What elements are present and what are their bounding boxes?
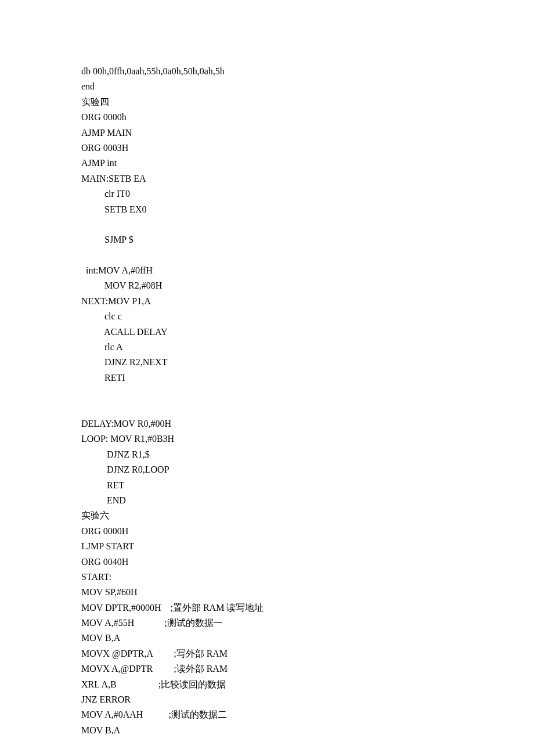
code-line: LJMP START (81, 539, 453, 554)
code-line: MOV B,A (81, 723, 453, 738)
code-line: AJMP MAIN (81, 125, 453, 141)
code-line: end (81, 79, 453, 94)
code-line (81, 401, 453, 416)
code-line (81, 248, 453, 263)
code-line: clr IT0 (81, 186, 453, 201)
code-line: NEXT:MOV P1,A (81, 294, 453, 309)
code-line: RET (81, 478, 453, 493)
code-line: ORG 0040H (81, 555, 453, 570)
code-line: MOV B,A (81, 631, 453, 646)
code-line: 实验六 (81, 508, 453, 523)
code-line: ORG 0003H (81, 141, 453, 156)
code-line: DJNZ R0,LOOP (81, 462, 453, 477)
code-line: int:MOV A,#0ffH (81, 263, 453, 278)
code-line: ORG 0000H (81, 524, 453, 539)
code-line: rlc A (81, 340, 453, 355)
code-line: SETB EX0 (81, 202, 453, 217)
code-line: MOV A,#55H ;测试的数据一 (81, 615, 453, 631)
code-line: RETI (81, 370, 453, 386)
code-line: AJMP int (81, 156, 453, 171)
code-line: DJNZ R2,NEXT (81, 355, 453, 370)
code-line (81, 217, 453, 232)
code-line (81, 386, 453, 401)
code-line: MOV DPTR,#0000H ;置外部 RAM 读写地址 (81, 600, 453, 615)
code-line: db 00h,0ffh,0aah,55h,0a0h,50h,0ah,5h (81, 64, 453, 79)
code-line: clc c (81, 309, 453, 324)
code-line: START: (81, 570, 453, 585)
code-line: MOV R2,#08H (81, 278, 453, 293)
code-line: SJMP $ (81, 232, 453, 247)
code-line: DELAY:MOV R0,#00H (81, 416, 453, 431)
code-line: ACALL DELAY (81, 325, 453, 340)
code-line: MOV SP,#60H (81, 585, 453, 600)
code-page: db 00h,0ffh,0aah,55h,0a0h,50h,0ah,5hend实… (0, 0, 534, 756)
code-line: END (81, 493, 453, 508)
code-line: DJNZ R1,$ (81, 447, 453, 462)
code-line: JNZ ERROR (81, 692, 453, 707)
code-line: MOVX @DPTR,A ;写外部 RAM (81, 646, 453, 661)
code-line: LOOP: MOV R1,#0B3H (81, 431, 453, 447)
code-line: 实验四 (81, 95, 453, 110)
code-line: MAIN:SETB EA (81, 171, 453, 186)
code-line: XRL A,B ;比较读回的数据 (81, 677, 453, 692)
code-line: MOVX A,@DPTR ;读外部 RAM (81, 661, 453, 676)
code-line: MOV A,#0AAH ;测试的数据二 (81, 707, 453, 722)
code-line: ORG 0000h (81, 110, 453, 125)
